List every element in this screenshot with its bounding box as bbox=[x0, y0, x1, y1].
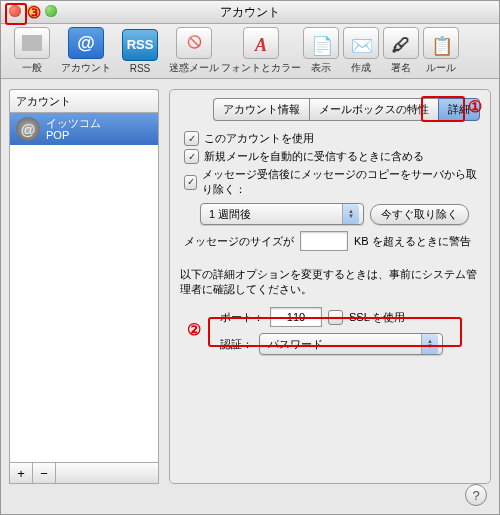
zoom-icon[interactable] bbox=[45, 5, 57, 17]
account-type: POP bbox=[46, 129, 101, 141]
tab-mailbox[interactable]: メールボックスの特性 bbox=[309, 98, 438, 121]
fonts-icon: A bbox=[243, 27, 279, 59]
tb-accounts[interactable]: @ アカウント bbox=[59, 27, 113, 75]
window-controls bbox=[9, 5, 57, 17]
tb-fonts[interactable]: A フォントとカラー bbox=[221, 27, 301, 75]
port-label: ポート： bbox=[220, 310, 264, 325]
use-account-checkbox[interactable] bbox=[184, 131, 199, 146]
rss-icon: RSS bbox=[122, 29, 158, 61]
tb-rss[interactable]: RSS RSS bbox=[113, 29, 167, 74]
detail-panel: アカウント情報 メールボックスの特性 詳細 このアカウントを使用 新規メールを自… bbox=[169, 89, 491, 484]
tb-composing[interactable]: ✉️ 作成 bbox=[341, 27, 381, 75]
tb-junk[interactable]: 🚫 迷惑メール bbox=[167, 27, 221, 75]
junk-icon: 🚫 bbox=[176, 27, 212, 59]
titlebar: アカウント bbox=[1, 1, 499, 24]
auth-select[interactable]: パスワード ▲▼ bbox=[259, 333, 443, 355]
remove-after-select[interactable]: 1 週間後 ▲▼ bbox=[200, 203, 364, 225]
tb-general[interactable]: 一般 bbox=[5, 27, 59, 75]
signatures-icon: 🖊 bbox=[383, 27, 419, 59]
chevron-updown-icon: ▲▼ bbox=[342, 204, 359, 224]
accounts-sidebar: アカウント @ イッツコム POP + − bbox=[9, 89, 159, 484]
accounts-list[interactable]: @ イッツコム POP bbox=[9, 112, 159, 462]
tab-advanced[interactable]: 詳細 bbox=[438, 98, 480, 121]
advanced-note: 以下の詳細オプションを変更するときは、事前にシステム管理者に確認してください。 bbox=[180, 267, 480, 297]
include-auto-checkbox[interactable] bbox=[184, 149, 199, 164]
tb-rules[interactable]: 📋 ルール bbox=[421, 27, 461, 75]
viewing-icon: 📄 bbox=[303, 27, 339, 59]
sidebar-header: アカウント bbox=[9, 89, 159, 112]
at-icon: @ bbox=[16, 117, 40, 141]
tb-signatures[interactable]: 🖊 署名 bbox=[381, 27, 421, 75]
account-row[interactable]: @ イッツコム POP bbox=[10, 113, 158, 145]
composing-icon: ✉️ bbox=[343, 27, 379, 59]
chevron-updown-icon: ▲▼ bbox=[421, 334, 438, 354]
auth-label: 認証： bbox=[220, 337, 253, 352]
add-account-button[interactable]: + bbox=[10, 463, 33, 483]
remove-now-button[interactable]: 今すぐ取り除く bbox=[370, 204, 469, 225]
remove-copy-checkbox[interactable] bbox=[184, 175, 197, 190]
rules-icon: 📋 bbox=[423, 27, 459, 59]
preferences-window: アカウント 一般 @ アカウント RSS RSS 🚫 迷惑メール A フォントと… bbox=[0, 0, 500, 515]
close-icon[interactable] bbox=[9, 5, 21, 17]
sidebar-buttons: + − bbox=[9, 462, 159, 484]
tb-viewing[interactable]: 📄 表示 bbox=[301, 27, 341, 75]
help-button[interactable]: ? bbox=[465, 484, 487, 506]
account-name: イッツコム bbox=[46, 117, 101, 129]
tab-bar: アカウント情報 メールボックスの特性 詳細 bbox=[180, 98, 480, 121]
at-icon: @ bbox=[68, 27, 104, 59]
window-title: アカウント bbox=[220, 5, 280, 19]
port-field[interactable]: 110 bbox=[270, 307, 322, 327]
remove-account-button[interactable]: − bbox=[33, 463, 56, 483]
minimize-icon[interactable] bbox=[27, 5, 39, 17]
size-field[interactable] bbox=[300, 231, 348, 251]
ssl-checkbox[interactable] bbox=[328, 310, 343, 325]
tab-account-info[interactable]: アカウント情報 bbox=[213, 98, 309, 121]
toolbar: 一般 @ アカウント RSS RSS 🚫 迷惑メール A フォントとカラー 📄 … bbox=[1, 24, 499, 79]
